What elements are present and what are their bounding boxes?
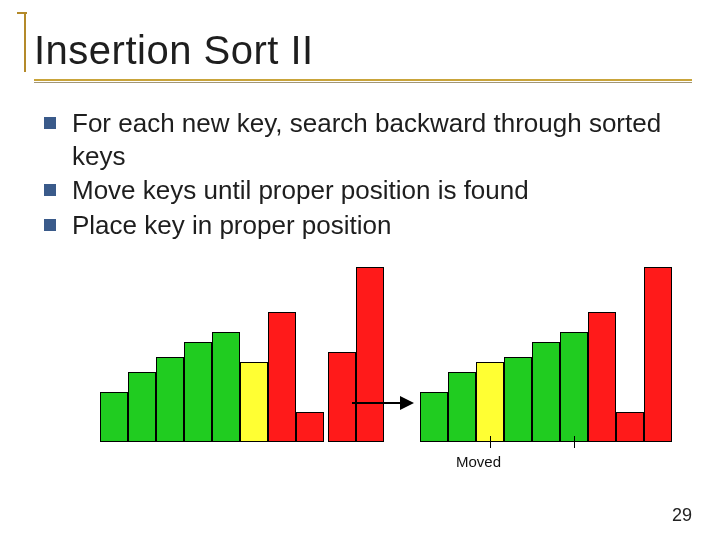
bar [448,372,476,442]
title-rule-shadow [34,82,692,83]
title-rule [34,79,692,81]
bar [644,267,672,442]
moved-tick [490,436,491,448]
bar [212,332,240,442]
bar [420,392,448,442]
arrow-icon [352,393,414,413]
svg-marker-1 [400,396,414,410]
bar [476,362,504,442]
chart-before [100,267,350,442]
title-area: Insertion Sort II [28,14,692,83]
bar [560,332,588,442]
bar [184,342,212,442]
bar [532,342,560,442]
bullet-item: Move keys until proper position is found [44,174,692,207]
moved-tick [574,436,575,448]
bar [588,312,616,442]
moved-label: Moved [456,453,501,470]
bullet-icon [44,219,56,231]
bar [156,357,184,442]
bar [356,267,384,442]
bullet-text: Move keys until proper position is found [72,174,692,207]
bullet-list: For each new key, search backward throug… [44,107,692,241]
page-title: Insertion Sort II [34,28,692,73]
page-number: 29 [672,505,692,526]
bar [268,312,296,442]
bar [296,412,324,442]
charts-area: Moved [0,258,720,468]
bar [504,357,532,442]
bar [240,362,268,442]
bar [128,372,156,442]
title-ornament [14,14,32,72]
bar [100,392,128,442]
bar [616,412,644,442]
bullet-text: Place key in proper position [72,209,692,242]
bullet-icon [44,117,56,129]
bullet-item: Place key in proper position [44,209,692,242]
slide: Insertion Sort II For each new key, sear… [0,0,720,540]
bullet-text: For each new key, search backward throug… [72,107,692,172]
bullet-icon [44,184,56,196]
chart-after [420,267,670,442]
bullet-item: For each new key, search backward throug… [44,107,692,172]
